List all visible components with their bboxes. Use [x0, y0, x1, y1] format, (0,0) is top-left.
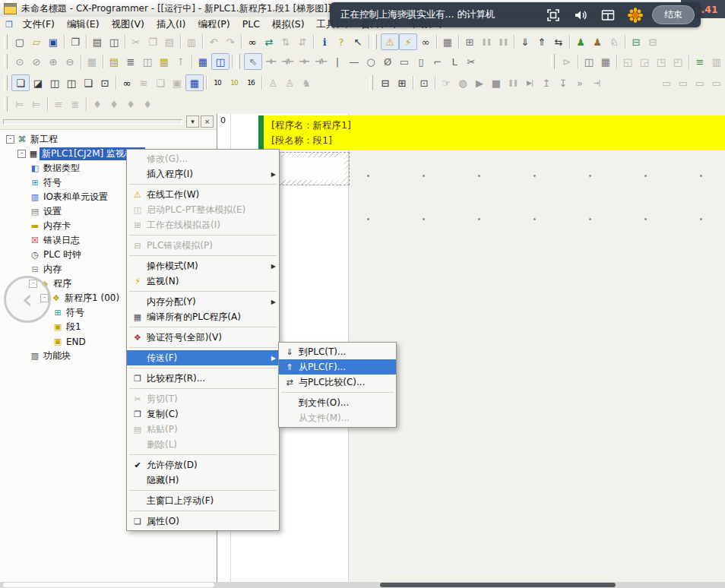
menubar-item[interactable]: 编辑(E): [61, 17, 106, 33]
zoom-tool-icon[interactable]: ⊙: [11, 54, 28, 69]
menu-item[interactable]: 传送(F)▶: [127, 350, 279, 365]
force-cancel-icon[interactable]: ♘: [606, 34, 622, 49]
properties-window-icon[interactable]: ⊡: [97, 75, 113, 90]
new-vertical-line-icon[interactable]: |: [329, 54, 346, 69]
menubar-item[interactable]: 视图(V): [106, 17, 150, 33]
help-icon[interactable]: ?: [333, 34, 350, 49]
toolbar-handle[interactable]: [4, 34, 8, 49]
run-icon[interactable]: ▶: [471, 75, 488, 90]
menu-item[interactable]: 主窗口上浮动(F): [127, 493, 279, 508]
stop-icon[interactable]: ■: [488, 75, 505, 90]
menu-item[interactable]: 操作模式(M)▶: [127, 258, 279, 273]
menu-item[interactable]: ⇑从PLC(F)...: [279, 359, 396, 375]
monitor-hex-icon[interactable]: 16: [242, 75, 259, 90]
panel-close-button[interactable]: ×: [201, 115, 214, 128]
menu-item[interactable]: 插入程序(I)▶: [127, 166, 279, 182]
about-icon[interactable]: ℹ: [316, 34, 333, 49]
flash-write-icon[interactable]: ▭: [692, 75, 708, 90]
menubar-item[interactable]: 插入(I): [150, 17, 192, 33]
menubar-item[interactable]: 文件(F): [17, 17, 61, 33]
zoom-in-icon[interactable]: ⊕: [45, 54, 62, 69]
tree-expand-toggle[interactable]: -: [17, 150, 26, 158]
menubar-item[interactable]: PLC: [236, 17, 266, 33]
step-out-icon[interactable]: ↧: [555, 75, 571, 90]
toolbar-handle[interactable]: [369, 75, 373, 90]
menu-item[interactable]: ✔允许停放(D): [127, 457, 279, 473]
menu-item[interactable]: 到文件(O)...: [279, 395, 396, 410]
cut-icon[interactable]: ✂: [128, 34, 144, 49]
transfer-from-file-icon[interactable]: ⊞: [394, 75, 410, 90]
monitor-decimal-icon[interactable]: 10: [209, 75, 226, 90]
paste-icon[interactable]: ▤: [161, 34, 178, 49]
cx-window-icon[interactable]: ◫: [211, 53, 230, 70]
flash-read-icon[interactable]: ▭: [708, 75, 725, 90]
panel-dropdown-button[interactable]: ▾: [186, 115, 199, 128]
pause-run-icon[interactable]: ❚❚: [505, 75, 521, 90]
float-window-icon[interactable]: ❏: [80, 75, 97, 90]
menu-item[interactable]: 删除(L): [127, 437, 279, 452]
context-help-icon[interactable]: ↖: [350, 34, 366, 49]
watch-window-icon[interactable]: ≋: [135, 75, 152, 90]
new-view-icon[interactable]: ◪: [30, 75, 46, 90]
menu-item[interactable]: ⊟PLC错误模拟(P): [127, 238, 279, 253]
data-trace-icon[interactable]: ⊟: [644, 34, 661, 49]
continuous-step-icon[interactable]: »: [571, 75, 588, 90]
horizontal-scrollbar[interactable]: [0, 582, 725, 588]
toolbar-handle[interactable]: [4, 75, 8, 90]
menu-item[interactable]: ❏属性(O): [127, 514, 279, 529]
new-horizontal-line-icon[interactable]: —: [346, 54, 362, 69]
end-session-button[interactable]: 结束: [652, 5, 695, 24]
new-contact-icon[interactable]: ⊣⊢: [262, 54, 279, 69]
work-online-icon[interactable]: ⚠: [381, 33, 399, 50]
rung-list-icon[interactable]: ≣: [122, 54, 139, 69]
pause-monitoring-icon[interactable]: ❚❚: [478, 34, 495, 49]
send-online-edit-icon[interactable]: ⊳: [559, 54, 575, 69]
new-closed-instruction-icon[interactable]: ▯: [413, 54, 429, 69]
tree-expand-toggle[interactable]: -: [6, 135, 14, 144]
menu-item[interactable]: 内存分配(Y)▶: [127, 294, 279, 309]
pause-icon[interactable]: ❚❚: [495, 34, 511, 49]
cross-reference-icon[interactable]: ◫: [139, 54, 156, 69]
open-folder-icon[interactable]: ▱: [28, 34, 45, 49]
move-rung-icon[interactable]: ◳: [653, 54, 670, 69]
menubar-item[interactable]: 编程(P): [192, 17, 236, 33]
compare-with-plc-icon[interactable]: ⇆: [550, 34, 567, 49]
release-access-icon[interactable]: ◫: [581, 54, 597, 69]
replace-icon[interactable]: ⇄: [261, 34, 277, 49]
run-to-cursor-icon[interactable]: →|: [588, 75, 605, 90]
program-check-icon[interactable]: ≡: [692, 54, 708, 69]
go-to-next-reference-icon[interactable]: ♦: [122, 96, 139, 112]
save-icon[interactable]: ▣: [45, 34, 62, 49]
menu-item[interactable]: ▤粘贴(P): [127, 422, 279, 437]
show-project-window-icon[interactable]: ❏: [11, 74, 30, 91]
show-rung-comments-icon[interactable]: ≣: [67, 96, 84, 112]
menu-item[interactable]: ⇄与PLC比较(C)...: [279, 375, 396, 390]
menu-item[interactable]: ◫启动PLC-PT整体模拟(E): [127, 202, 279, 217]
merge-rung-icon[interactable]: ◰: [670, 54, 686, 69]
memory-card-view-icon[interactable]: ▭: [658, 75, 675, 90]
new-or-contact-icon[interactable]: ⊣⊢: [296, 54, 312, 69]
decrease-address-icon[interactable]: ⊨: [28, 96, 45, 112]
menu-item[interactable]: ⚡监视(N): [127, 273, 279, 289]
differential-monitor-icon[interactable]: ⊟: [628, 34, 644, 49]
find-next-icon[interactable]: ⇅: [277, 34, 294, 49]
io-grid-icon[interactable]: ▦: [185, 74, 204, 91]
tile-windows-icon[interactable]: ◫: [63, 75, 80, 90]
menu-item[interactable]: ⊞工作在线模拟器(I): [127, 217, 279, 232]
compare-page-icon[interactable]: ❐: [67, 34, 84, 49]
tree-scrollbar-thumb[interactable]: [3, 583, 214, 587]
speaker-icon[interactable]: [567, 8, 594, 23]
menu-item[interactable]: ▦编译所有的PLC程序(A): [127, 309, 279, 324]
menu-item[interactable]: 修改(G)...: [127, 151, 279, 166]
new-inverted-icon[interactable]: ⌐: [429, 54, 446, 69]
pause-target-icon[interactable]: ☞: [438, 75, 454, 90]
transfer-settings-icon[interactable]: ⊡: [416, 75, 432, 90]
go-to-input-icon[interactable]: ♦: [89, 96, 106, 112]
output-window-icon[interactable]: ❏: [152, 75, 169, 90]
watch-tile-icon[interactable]: ▥: [708, 54, 725, 69]
split-screen-icon[interactable]: [594, 8, 622, 23]
set-value-cancel-icon[interactable]: ♞: [298, 75, 315, 90]
new-closed-coil-icon[interactable]: Ø: [379, 54, 396, 69]
menu-item[interactable]: ❐比较程序(R)...: [127, 371, 279, 386]
toolbar-handle[interactable]: [373, 34, 377, 49]
